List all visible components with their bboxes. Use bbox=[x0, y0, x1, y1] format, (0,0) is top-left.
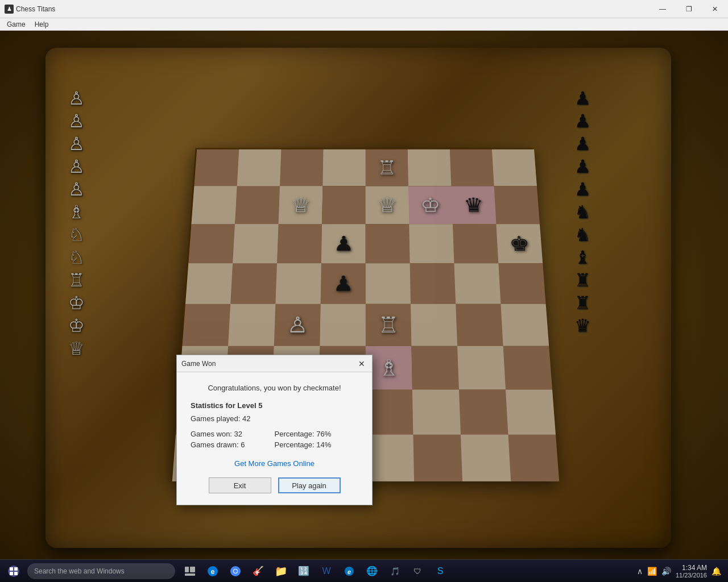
edge-icon[interactable]: e bbox=[202, 561, 223, 581]
task-view-icon[interactable] bbox=[180, 561, 200, 581]
menu-game[interactable]: Game bbox=[2, 19, 30, 30]
menu-bar: Game Help bbox=[0, 18, 728, 31]
menu-help[interactable]: Help bbox=[30, 19, 53, 30]
calculator-icon[interactable]: 🔢 bbox=[293, 561, 314, 581]
title-left: ♟ Chess Titans bbox=[0, 5, 55, 14]
time-value: 1:34 AM bbox=[676, 564, 707, 572]
start-icon bbox=[8, 566, 19, 577]
title-controls: — ❐ ✕ bbox=[650, 0, 728, 18]
taskbar-right: ∧ 📶 🔊 1:34 AM 11/23/2016 🔔 bbox=[637, 564, 726, 579]
app-icon: ♟ bbox=[5, 5, 14, 14]
svg-rect-2 bbox=[10, 572, 13, 575]
dialog-games-played: Games played: 42 bbox=[191, 414, 358, 423]
exit-button[interactable]: Exit bbox=[209, 477, 271, 493]
chrome-icon[interactable] bbox=[225, 561, 246, 581]
start-button[interactable] bbox=[2, 561, 25, 581]
dialog-congrats-text: Congratulations, you won by checkmate! bbox=[191, 384, 358, 392]
svg-rect-4 bbox=[185, 567, 189, 572]
guitar-icon[interactable]: 🎸 bbox=[248, 561, 268, 581]
notification-icon[interactable]: 🔔 bbox=[712, 567, 721, 576]
games-drawn-percentage: Percentage: 14% bbox=[275, 440, 359, 449]
dialog-titlebar: Game Won ✕ bbox=[177, 355, 372, 372]
dialog-close-button[interactable]: ✕ bbox=[356, 358, 367, 369]
dialog-body: Congratulations, you won by checkmate! S… bbox=[177, 372, 372, 505]
games-drawn-label: Games drawn: 6 bbox=[191, 440, 275, 449]
close-button[interactable]: ✕ bbox=[702, 0, 728, 18]
dialog-link-area: Get More Games Online bbox=[191, 458, 358, 468]
word-icon[interactable]: W bbox=[316, 561, 337, 581]
taskbar: e 🎸 📁 🔢 W e 🌐 🎵 🛡 S ∧ 📶 🔊 bbox=[0, 559, 728, 582]
dialog-buttons: Exit Play again bbox=[191, 477, 358, 496]
play-again-button[interactable]: Play again bbox=[278, 477, 341, 493]
dialog-title: Game Won bbox=[181, 360, 216, 368]
taskbar-search-input[interactable] bbox=[27, 563, 175, 579]
minimize-button[interactable]: — bbox=[650, 0, 676, 18]
svg-text:e: e bbox=[211, 568, 215, 576]
svg-rect-3 bbox=[14, 572, 18, 575]
svg-text:e: e bbox=[348, 568, 351, 575]
network-icon[interactable]: 🌐 bbox=[362, 561, 382, 581]
media-icon[interactable]: 🎵 bbox=[384, 561, 405, 581]
svg-rect-0 bbox=[10, 567, 13, 571]
date-value: 11/23/2016 bbox=[676, 572, 707, 579]
ie-icon[interactable]: e bbox=[339, 561, 359, 581]
skype-icon[interactable]: S bbox=[430, 561, 450, 581]
get-more-games-link[interactable]: Get More Games Online bbox=[234, 459, 315, 468]
title-bar: ♟ Chess Titans — ❐ ✕ bbox=[0, 0, 728, 18]
folder-icon[interactable]: 📁 bbox=[271, 561, 291, 581]
security-icon[interactable]: 🛡 bbox=[407, 561, 428, 581]
network-sys-icon[interactable]: 📶 bbox=[647, 567, 657, 576]
svg-point-11 bbox=[234, 569, 237, 573]
maximize-button[interactable]: ❐ bbox=[676, 0, 702, 18]
games-won-label: Games won: 32 bbox=[191, 430, 275, 438]
time-display[interactable]: 1:34 AM 11/23/2016 bbox=[676, 564, 707, 579]
game-won-dialog: Game Won ✕ Congratulations, you won by c… bbox=[176, 355, 373, 505]
dialog-stats-grid: Games won: 32 Percentage: 76% Games draw… bbox=[191, 430, 358, 449]
taskbar-icons: e 🎸 📁 🔢 W e 🌐 🎵 🛡 S bbox=[180, 561, 450, 581]
games-won-percentage: Percentage: 76% bbox=[275, 430, 359, 438]
volume-icon[interactable]: 🔊 bbox=[661, 567, 671, 576]
dialog-stats-title: Statistics for Level 5 bbox=[191, 401, 358, 410]
game-area: ♙ ♙ ♙ ♙ ♙ ♗ ♘ ♘ ♖ ♔ ♔ ♕ bbox=[0, 31, 728, 559]
svg-rect-6 bbox=[185, 573, 195, 576]
window-title: Chess Titans bbox=[16, 5, 55, 13]
svg-rect-5 bbox=[190, 567, 195, 572]
notification-chevron[interactable]: ∧ bbox=[637, 567, 643, 576]
svg-rect-1 bbox=[14, 567, 18, 571]
